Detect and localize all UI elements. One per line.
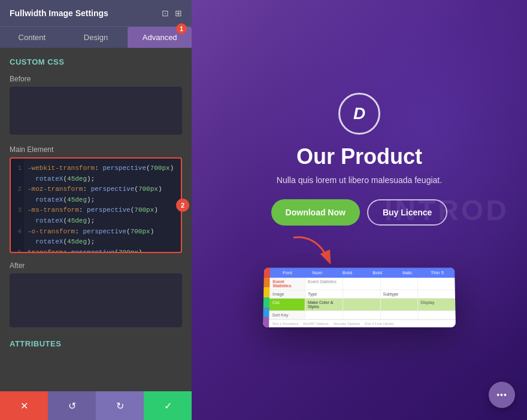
product-title: Our Product [296,144,422,169]
after-label: After [10,261,182,270]
bottom-bar: ✕ ↺ ↻ ✓ [0,391,192,420]
before-label: Before [10,75,182,83]
code-editor-wrapper: 12345 -webkit-transform: perspective(700… [10,157,182,253]
code-editor-badge: 2 [176,199,189,212]
code-content: -webkit-transform: perspective(700px) ro… [24,159,181,252]
download-button[interactable]: Download Now [271,199,360,226]
grid-icon[interactable]: ⊞ [175,8,182,18]
table-row: Sort Key [269,311,455,319]
table-footer: Divi 1 Functions Divi#87 Options Securit… [269,319,456,327]
preview-panel: INTROD D Our Product Nulla quis lorem ut… [192,0,527,420]
product-subtitle: Nulla quis lorem ut libero malesuada feu… [277,175,442,185]
fab-button[interactable]: ••• [489,382,515,408]
line-numbers: 12345 [11,159,24,252]
preview-card-area: Font Num Bold Bold Italic Thin 5 Event S… [264,249,455,327]
settings-panel: Fullwidth Image Settings ⊡ ⊞ Content Des… [0,0,192,420]
logo-letter: D [353,104,365,123]
divi-logo: D [338,93,380,135]
table-body: Event Statistics Event Statistics Image … [269,278,456,327]
main-element-label: Main Element [10,145,182,154]
table-header: Font Num Bold Bold Italic Thin 5 [270,267,455,278]
table-row: Event Statistics Event Statistics [269,278,455,290]
color-sidebar [263,267,270,327]
header-icons: ⊡ ⊞ [162,8,182,18]
table-row: Image Type Subtype [269,290,455,299]
preview-table-card: Font Num Bold Bold Italic Thin 5 Event S… [263,267,456,327]
css-section-title: Custom CSS [10,57,182,66]
cta-buttons: Download Now Buy Licence [271,199,448,226]
maximize-icon[interactable]: ⊡ [162,8,169,18]
tab-advanced[interactable]: Advanced 1 [128,27,192,48]
before-css-input[interactable] [10,87,182,135]
save-button[interactable]: ✓ [144,391,192,420]
panel-content: Custom CSS Before Main Element 12345 -we… [0,48,192,391]
tab-design[interactable]: Design [64,27,128,48]
redo-button[interactable]: ↻ [96,391,144,420]
tab-advanced-badge: 1 [176,23,187,34]
panel-title: Fullwidth Image Settings [10,8,108,18]
after-css-input[interactable] [10,273,182,327]
cancel-button[interactable]: ✕ [0,391,48,420]
undo-button[interactable]: ↺ [48,391,96,420]
attributes-title: Attributes [10,339,182,348]
tab-content[interactable]: Content [0,27,64,48]
code-display[interactable]: 12345 -webkit-transform: perspective(700… [10,157,182,253]
tab-bar: Content Design Advanced 1 [0,26,192,48]
table-row-highlight: Css Make Color & Styles Display [269,299,456,311]
arrow-icon [281,232,341,267]
licence-button[interactable]: Buy Licence [367,199,447,226]
fab-icon: ••• [496,390,507,400]
panel-header: Fullwidth Image Settings ⊡ ⊞ [0,0,192,26]
